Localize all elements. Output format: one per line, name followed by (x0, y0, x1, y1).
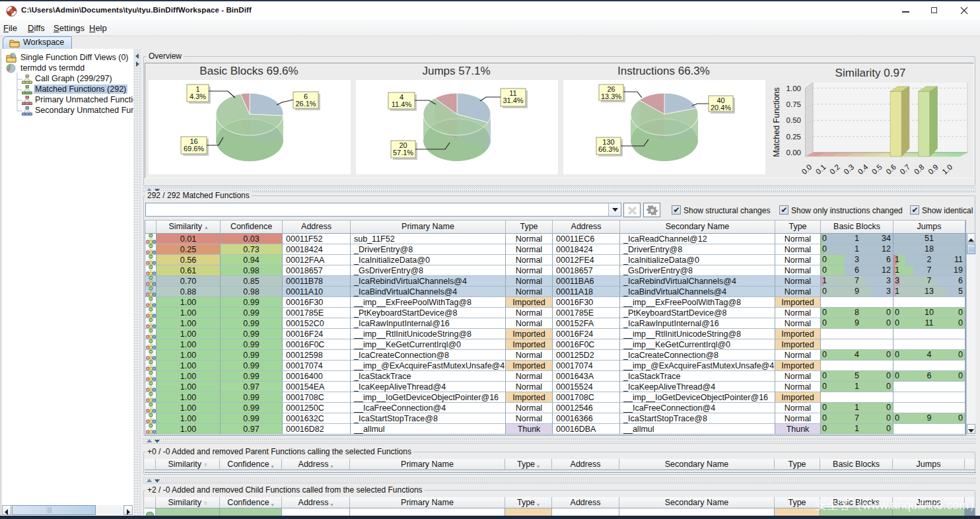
svg-text:1.0: 1.0 (940, 163, 954, 176)
svg-text:69.6%: 69.6% (184, 145, 204, 153)
svg-text:0.7: 0.7 (898, 163, 911, 176)
svg-text:26.1%: 26.1% (295, 100, 316, 108)
svg-text:1.00: 1.00 (787, 85, 801, 92)
svg-text:0.9: 0.9 (927, 163, 940, 176)
svg-text:0.4: 0.4 (857, 162, 870, 176)
svg-text:11.4%: 11.4% (392, 100, 412, 108)
svg-text:0.6: 0.6 (884, 163, 897, 176)
svg-text:13.3%: 13.3% (601, 92, 621, 100)
svg-text:Instructions 66.3%: Instructions 66.3% (617, 65, 710, 77)
svg-text:4.3%: 4.3% (190, 92, 206, 100)
svg-text:20.4%: 20.4% (711, 104, 731, 112)
svg-text:31.4%: 31.4% (503, 96, 523, 104)
svg-text:66.3%: 66.3% (598, 145, 619, 153)
svg-text:0.2: 0.2 (828, 163, 841, 176)
svg-text:0.5: 0.5 (870, 163, 884, 176)
svg-text:0.75: 0.75 (787, 100, 801, 108)
svg-text:Similarity 0.97: Similarity 0.97 (835, 67, 906, 79)
svg-text:0.0: 0.0 (800, 163, 814, 176)
svg-text:Basic Blocks 69.6%: Basic Blocks 69.6% (199, 65, 298, 77)
svg-text:0.00: 0.00 (787, 149, 801, 156)
svg-text:0.50: 0.50 (787, 116, 801, 124)
svg-text:0.3: 0.3 (842, 163, 855, 176)
svg-text:0.1: 0.1 (814, 163, 827, 176)
svg-text:0.8: 0.8 (913, 163, 926, 176)
svg-text:Jumps 57.1%: Jumps 57.1% (423, 65, 491, 77)
svg-text:57.1%: 57.1% (393, 149, 413, 156)
svg-text:Matched Functions: Matched Functions (772, 87, 781, 157)
svg-text:0.25: 0.25 (787, 133, 801, 141)
